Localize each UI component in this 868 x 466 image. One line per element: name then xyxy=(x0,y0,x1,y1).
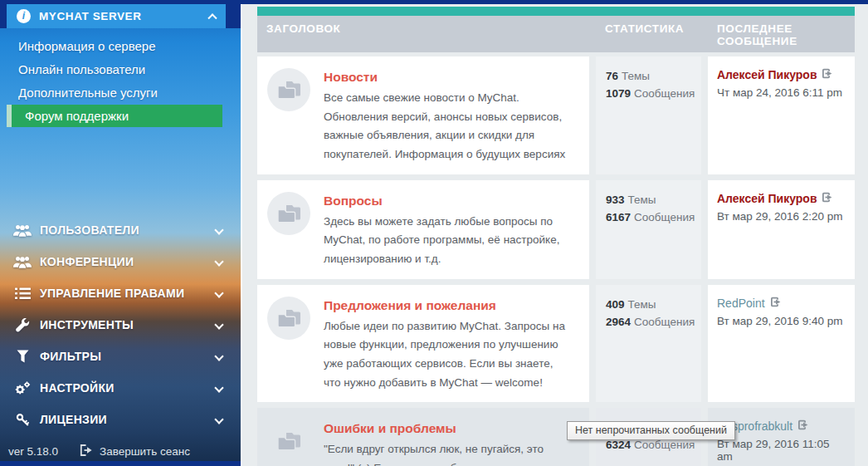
sidebar-section-label: ПОЛЬЗОВАТЕЛИ xyxy=(40,223,216,237)
sidebar-section-licenses[interactable]: ЛИЦЕНЗИИ xyxy=(0,404,241,435)
forum-description: Любые идеи по развитию MyChat. Запросы н… xyxy=(324,317,573,393)
forum-last-message-cell: Алексей Пикуров Вт мар 29, 2016 2:20 pm xyxy=(708,180,855,279)
topics-label: Темы xyxy=(628,194,656,206)
forum-title-link[interactable]: Предложения и пожелания xyxy=(324,298,496,313)
last-post-date: Вт мар 29, 2016 2:20 pm xyxy=(717,210,848,223)
forum-last-message-cell: Алексей Пикуров Чт мар 24, 2016 6:11 pm xyxy=(708,56,855,174)
folder-icon xyxy=(267,68,310,111)
wrench-icon xyxy=(12,318,33,332)
forum-title-link[interactable]: Вопросы xyxy=(324,194,383,208)
sidebar-links: Информация о сервере Онлайн пользователи… xyxy=(0,28,241,127)
forum-title-link[interactable]: Новости xyxy=(324,70,378,85)
forum-description: Здесь вы можете задать любые вопросы по … xyxy=(324,213,573,269)
posts-count: 2964 xyxy=(606,316,631,328)
posts-count: 1079 xyxy=(606,87,631,100)
topics-count: 933 xyxy=(606,194,625,206)
forum-title-cell: Ошибки и проблемы "Если вдруг открылся л… xyxy=(257,408,589,466)
chevron-down-icon xyxy=(214,320,223,329)
sidebar-header-label: MYCHAT SERVER xyxy=(39,10,209,22)
column-header-title: ЗАГОЛОВОК xyxy=(257,22,589,47)
forum-stats-cell: 76Темы 1079Сообщения xyxy=(596,56,701,174)
last-post-user-link[interactable]: Алексей Пикуров xyxy=(717,192,817,205)
topics-count: 76 xyxy=(606,70,618,82)
sidebar-footer: ver 5.18.0 Завершить сеанс xyxy=(0,441,241,461)
forum-row-bugs: Ошибки и проблемы "Если вдруг открылся л… xyxy=(257,408,855,466)
posts-count: 6167 xyxy=(606,211,631,223)
sidebar-section-label: НАСТРОЙКИ xyxy=(40,381,216,395)
chevron-down-icon xyxy=(214,383,223,392)
sidebar-section-tools[interactable]: ИНСТРУМЕНТЫ xyxy=(0,309,241,341)
sidebar-section-permissions[interactable]: УПРАВЛЕНИЕ ПРАВАМИ xyxy=(0,277,241,309)
forum-stats-cell: 409Темы 2964Сообщения xyxy=(596,285,701,403)
forum-title-link[interactable]: Ошибки и проблемы xyxy=(324,421,456,436)
sidebar-section-conferences[interactable]: КОНФЕРЕНЦИИ xyxy=(0,246,241,277)
posts-label: Сообщения xyxy=(634,87,695,100)
sidebar-section-label: ИНСТРУМЕНТЫ xyxy=(40,318,216,331)
goto-last-post-icon[interactable] xyxy=(822,191,833,206)
bottom-navy-strip xyxy=(0,461,241,466)
sidebar-header-mychat-server[interactable]: i MYCHAT SERVER xyxy=(7,3,226,28)
chevron-down-icon xyxy=(214,414,223,424)
sidebar-header-row: i MYCHAT SERVER xyxy=(0,0,241,28)
forum-row-suggestions: Предложения и пожелания Любые идеи по ра… xyxy=(257,285,855,403)
info-icon: i xyxy=(17,9,31,23)
sidebar-section-label: ФИЛЬТРЫ xyxy=(40,350,216,363)
forum-stats-cell: 933Темы 6167Сообщения xyxy=(596,180,701,279)
sidebar-section-settings[interactable]: НАСТРОЙКИ xyxy=(0,372,241,404)
column-header-last-message: ПОСЛЕДНЕЕ СООБЩЕНИЕ xyxy=(708,22,855,47)
logout-icon xyxy=(80,444,94,459)
logout-label: Завершить сеанс xyxy=(100,445,190,458)
goto-last-post-icon[interactable] xyxy=(770,296,782,311)
topics-label: Темы xyxy=(622,70,650,82)
forum-title-cell: Вопросы Здесь вы можете задать любые воп… xyxy=(257,180,589,279)
last-post-date: Чт мар 24, 2016 6:11 pm xyxy=(717,86,848,99)
column-header-stats: СТАТИСТИКА xyxy=(596,22,701,47)
forum-description: "Если вдруг открылся люк, не пугайся, эт… xyxy=(324,440,573,466)
list-icon xyxy=(12,287,33,300)
posts-label: Сообщения xyxy=(634,316,695,328)
logout-button[interactable]: Завершить сеанс xyxy=(80,444,190,459)
sidebar-section-users[interactable]: ПОЛЬЗОВАТЕЛИ xyxy=(0,214,241,246)
sidebar-section-filters[interactable]: ФИЛЬТРЫ xyxy=(0,341,241,372)
forum-title-cell: Новости Все самые свежие новости о MyCha… xyxy=(257,56,589,174)
forum-row-questions: Вопросы Здесь вы можете задать любые воп… xyxy=(257,180,855,279)
sidebar: i MYCHAT SERVER Информация о сервере Онл… xyxy=(0,0,241,466)
goto-last-post-icon[interactable] xyxy=(822,67,833,82)
forum-title-cell: Предложения и пожелания Любые идеи по ра… xyxy=(257,285,589,403)
sidebar-section-label: УПРАВЛЕНИЕ ПРАВАМИ xyxy=(40,287,216,300)
sidebar-sections: ПОЛЬЗОВАТЕЛИ КОНФЕРЕНЦИИ УПРАВЛЕНИЕ ПРАВ… xyxy=(0,214,241,435)
chevron-up-icon xyxy=(207,13,217,22)
last-post-date: Вт мар 29, 2016 9:40 pm xyxy=(717,315,848,327)
sidebar-link-extra-services[interactable]: Дополнительные услуги xyxy=(0,81,241,105)
topics-label: Темы xyxy=(628,298,656,311)
tooltip: Нет непрочитанных сообщений xyxy=(567,421,735,440)
sidebar-link-support-forum[interactable]: Форум поддержки xyxy=(7,105,222,127)
top-navy-bar xyxy=(0,0,868,4)
chevron-down-icon xyxy=(214,288,223,297)
sidebar-section-label: КОНФЕРЕНЦИИ xyxy=(40,255,216,268)
goto-last-post-icon[interactable] xyxy=(797,419,809,434)
filter-icon xyxy=(12,350,33,363)
gears-icon xyxy=(12,381,33,395)
posts-label: Сообщения xyxy=(634,439,695,451)
last-post-date: Вт мар 29, 2016 11:05 am xyxy=(717,438,848,463)
chevron-down-icon xyxy=(214,257,223,266)
forum-content: ЗАГОЛОВОК СТАТИСТИКА ПОСЛЕДНЕЕ СООБЩЕНИЕ… xyxy=(241,0,868,466)
last-post-user-link[interactable]: RedPoint xyxy=(717,297,765,310)
version-label: ver 5.18.0 xyxy=(8,445,58,458)
posts-label: Сообщения xyxy=(634,211,695,223)
forum-description: Все самые свежие новости о MyChat. Обнов… xyxy=(324,89,573,164)
chevron-down-icon xyxy=(214,225,223,234)
sidebar-link-server-info[interactable]: Информация о сервере xyxy=(0,35,241,58)
posts-count: 6324 xyxy=(606,439,631,451)
key-icon xyxy=(12,413,33,427)
conference-icon xyxy=(12,256,33,268)
accent-bar xyxy=(257,7,855,16)
folder-icon xyxy=(267,297,310,340)
chevron-down-icon xyxy=(214,351,223,361)
sidebar-link-online-users[interactable]: Онлайн пользователи xyxy=(0,58,241,81)
folder-icon[interactable] xyxy=(267,419,310,463)
folder-icon xyxy=(267,192,310,235)
last-post-user-link[interactable]: Алексей Пикуров xyxy=(717,68,817,81)
forum-last-message-cell: RedPoint Вт мар 29, 2016 9:40 pm xyxy=(708,285,855,403)
